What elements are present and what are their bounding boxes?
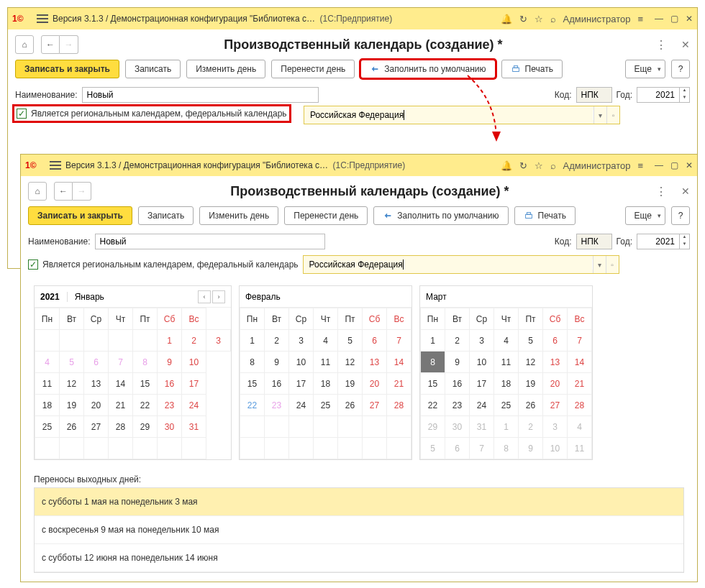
- transfer-item[interactable]: с субботы 1 мая на понедельник 3 мая: [35, 488, 683, 516]
- calendar-day[interactable]: 19: [519, 373, 543, 395]
- calendar-day[interactable]: 15: [421, 373, 445, 395]
- calendar-day[interactable]: 19: [338, 373, 363, 395]
- calendar-day[interactable]: 14: [387, 352, 411, 373]
- calendar-day[interactable]: 21: [568, 373, 592, 395]
- calendar-day[interactable]: 25: [314, 395, 338, 416]
- calendar-day[interactable]: [338, 416, 363, 438]
- calendar-day[interactable]: 8: [494, 438, 519, 459]
- back-button[interactable]: ←: [54, 182, 73, 201]
- calendar-day[interactable]: 14: [109, 373, 133, 395]
- calendar-day[interactable]: 4: [35, 352, 60, 373]
- calendar-day[interactable]: [182, 438, 206, 459]
- calendar-day[interactable]: 15: [240, 373, 265, 395]
- calendar-day[interactable]: 10: [543, 438, 568, 459]
- calendar-day[interactable]: 3: [543, 416, 568, 438]
- calendar-day[interactable]: 6: [84, 352, 109, 373]
- more-button[interactable]: Еще: [625, 60, 665, 78]
- calendar-day[interactable]: 7: [568, 330, 592, 352]
- calendar-day[interactable]: 1: [494, 416, 519, 438]
- calendar-day[interactable]: 26: [338, 395, 363, 416]
- print-button[interactable]: Печать: [514, 206, 576, 225]
- calendar-day[interactable]: 26: [519, 395, 543, 416]
- federal-selector[interactable]: Российская Федерация ▾ ▫: [303, 255, 619, 274]
- calendar-day[interactable]: [109, 438, 133, 459]
- calendar-day[interactable]: 17: [289, 373, 314, 395]
- calendar-day[interactable]: [289, 416, 314, 438]
- open-icon[interactable]: ▫: [606, 106, 619, 124]
- calendar-day[interactable]: 11: [494, 352, 519, 373]
- calendar-day[interactable]: 18: [35, 395, 60, 416]
- calendar-day[interactable]: 2: [519, 416, 543, 438]
- regional-checkbox[interactable]: ✓: [17, 109, 27, 119]
- federal-selector[interactable]: Российская Федерация ▾ ▫: [304, 106, 620, 124]
- calendar-day[interactable]: 31: [470, 416, 494, 438]
- calendar-day[interactable]: 29: [421, 416, 445, 438]
- save-button[interactable]: Записать: [138, 206, 194, 225]
- menu-icon[interactable]: [37, 14, 48, 23]
- forward-button[interactable]: →: [60, 35, 78, 54]
- calendar-day[interactable]: 12: [60, 373, 84, 395]
- calendar-day[interactable]: 1: [240, 330, 265, 352]
- calendar-day[interactable]: 31: [182, 416, 206, 438]
- calendar-day[interactable]: 17: [470, 373, 494, 395]
- calendar-day[interactable]: 3: [206, 330, 231, 352]
- calendar-day[interactable]: [109, 330, 133, 352]
- calendar-day[interactable]: 27: [363, 395, 387, 416]
- history-icon[interactable]: ↻: [519, 14, 527, 24]
- star-icon[interactable]: ☆: [535, 14, 543, 24]
- calendar-day[interactable]: 10: [470, 352, 494, 373]
- calendar-day[interactable]: 23: [158, 395, 182, 416]
- calendar-day[interactable]: [84, 330, 109, 352]
- change-day-button[interactable]: Изменить день: [186, 60, 265, 78]
- fill-default-button[interactable]: Заполнить по умолчанию: [360, 60, 495, 78]
- calendar-day[interactable]: 2: [445, 330, 470, 352]
- calendar-day[interactable]: 14: [568, 352, 592, 373]
- search-icon[interactable]: ⌕: [550, 160, 556, 171]
- calendar-day[interactable]: 28: [387, 395, 411, 416]
- calendar-day[interactable]: 18: [314, 373, 338, 395]
- calendar-day[interactable]: 9: [158, 352, 182, 373]
- calendar-day[interactable]: 15: [133, 373, 158, 395]
- calendar-day[interactable]: 8: [421, 352, 445, 373]
- calendar-day[interactable]: 22: [133, 395, 158, 416]
- calendar-day[interactable]: 25: [35, 416, 60, 438]
- calendar-day[interactable]: 13: [363, 352, 387, 373]
- calendar-day[interactable]: 2: [265, 330, 289, 352]
- menu-icon[interactable]: [50, 161, 61, 170]
- calendar-day[interactable]: 7: [470, 438, 494, 459]
- settings-icon[interactable]: ≡: [637, 160, 643, 171]
- calendar-day[interactable]: 6: [543, 330, 568, 352]
- calendar-day[interactable]: 29: [133, 416, 158, 438]
- calendar-day[interactable]: 23: [445, 395, 470, 416]
- tab-close-icon[interactable]: ✕: [681, 185, 690, 197]
- calendar-day[interactable]: 1: [158, 330, 182, 352]
- close-icon[interactable]: ✕: [686, 160, 693, 170]
- calendar-day[interactable]: 23: [265, 395, 289, 416]
- calendar-day[interactable]: 6: [445, 438, 470, 459]
- calendar-day[interactable]: 24: [289, 395, 314, 416]
- year-input[interactable]: [637, 234, 680, 249]
- move-day-button[interactable]: Перенести день: [271, 60, 355, 78]
- calendar-day[interactable]: [158, 438, 182, 459]
- calendar-day[interactable]: 6: [363, 330, 387, 352]
- calendar-day[interactable]: 26: [60, 416, 84, 438]
- calendar-day[interactable]: 10: [289, 352, 314, 373]
- calendar-day[interactable]: 11: [35, 373, 60, 395]
- calendar-day[interactable]: 11: [568, 438, 592, 459]
- calendar-day[interactable]: 9: [519, 438, 543, 459]
- year-spinner[interactable]: ▲▼: [680, 234, 690, 249]
- calendar-day[interactable]: 4: [494, 330, 519, 352]
- move-day-button[interactable]: Перенести день: [284, 206, 368, 225]
- calendar-day[interactable]: 4: [568, 416, 592, 438]
- more-menu-icon[interactable]: ⋮: [655, 185, 667, 198]
- calendar-day[interactable]: 28: [568, 395, 592, 416]
- code-input[interactable]: [576, 234, 612, 249]
- next-month-icon[interactable]: ›: [212, 290, 225, 303]
- calendar-day[interactable]: 10: [182, 352, 206, 373]
- calendar-day[interactable]: 9: [445, 352, 470, 373]
- calendar-day[interactable]: 7: [109, 352, 133, 373]
- help-button[interactable]: ?: [671, 60, 690, 78]
- calendar-day[interactable]: 16: [158, 373, 182, 395]
- home-button[interactable]: ⌂: [28, 182, 47, 201]
- year-input[interactable]: [637, 87, 680, 103]
